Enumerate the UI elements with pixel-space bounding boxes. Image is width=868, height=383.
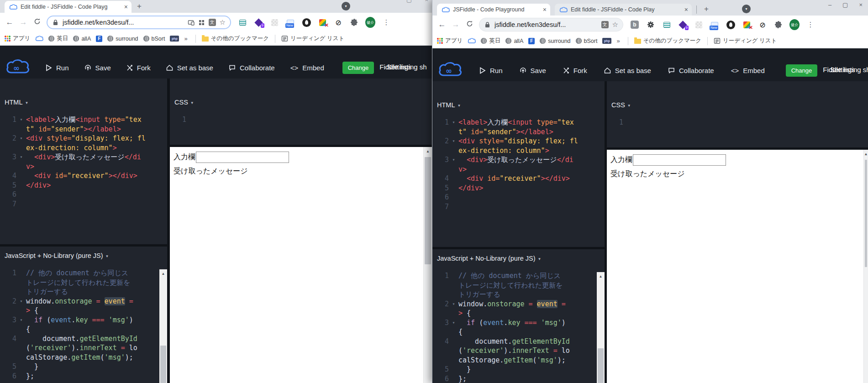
bookmarks-overflow-icon[interactable]: »: [616, 37, 620, 44]
puzzle-icon[interactable]: [773, 19, 784, 30]
tab-close-icon[interactable]: ×: [124, 3, 128, 10]
bookmark-item[interactable]: allA: [73, 36, 91, 42]
new-tab-button[interactable]: +: [137, 2, 142, 11]
apps-shortcut[interactable]: アプリ: [5, 35, 30, 42]
url-text[interactable]: jsfiddle.net/ken3desu/f...: [63, 19, 184, 26]
reading-list[interactable]: リーディング リスト: [281, 35, 344, 42]
overlapping-links[interactable]: Fiddle listing shSettings: [379, 63, 432, 72]
fork-button[interactable]: Fork: [563, 67, 587, 74]
bookmark-item[interactable]: surround: [107, 36, 138, 42]
apps-shortcut[interactable]: アプリ: [437, 37, 463, 45]
translate-icon[interactable]: 文: [209, 19, 216, 26]
bookmark-star-icon[interactable]: ☆: [612, 21, 618, 29]
address-bar[interactable]: jsfiddle.net/ken3desu/f... 文 ☆: [47, 16, 231, 29]
js-panel-header[interactable]: JavaScript + No-Library (pure JS)▼: [0, 247, 167, 259]
tab-edit-fiddle[interactable]: Edit fiddle - JSFiddle - Code Playg ×: [5, 1, 132, 13]
fork-button[interactable]: Fork: [126, 64, 151, 72]
html-panel-header[interactable]: HTML▼: [432, 81, 605, 109]
change-button[interactable]: Change: [786, 64, 818, 77]
profile-avatar[interactable]: 健介: [365, 17, 375, 28]
css-code-editor[interactable]: 1: [607, 109, 868, 127]
block-extension-icon[interactable]: ⊘: [758, 19, 768, 30]
html-panel-header[interactable]: HTML▼: [0, 79, 167, 106]
html-panel[interactable]: HTML▼ 1▾<label>入力欄<input type="text" id=…: [0, 79, 167, 247]
css-code-editor[interactable]: 1: [170, 106, 432, 125]
reload-button[interactable]: [463, 20, 475, 29]
tab-edit-fiddle[interactable]: Edit fiddle - JSFiddle - Code Play ×: [555, 4, 692, 16]
close-button[interactable]: ×: [859, 2, 863, 8]
css-panel[interactable]: CSS▼ 1: [170, 79, 432, 147]
profile-avatar[interactable]: 健介: [789, 19, 800, 30]
blocked-page-extension-icon[interactable]: ✕: [742, 19, 752, 30]
list-extension-icon[interactable]: [662, 19, 672, 30]
stylus-extension-icon[interactable]: 9: [678, 19, 688, 30]
js-panel[interactable]: JavaScript + No-Library (pure JS)▼ 1// 他…: [0, 247, 167, 383]
other-bookmarks[interactable]: その他のブックマーク: [202, 35, 269, 42]
stylus-extension-icon[interactable]: 9: [253, 17, 263, 28]
list-extension-icon[interactable]: [237, 17, 247, 28]
result-scrollbar[interactable]: ▲: [423, 147, 432, 383]
bookmark-item[interactable]: bSort: [576, 38, 598, 44]
new-badge-extension-icon[interactable]: New: [710, 19, 720, 30]
bookmark-php-icon[interactable]: php: [170, 36, 179, 42]
url-text[interactable]: jsfiddle.net/ken3desu/f...: [494, 21, 598, 28]
close-icon-partial[interactable]: ×: [425, 0, 428, 3]
b-extension-icon[interactable]: b: [630, 19, 640, 30]
disabled-extension-icon[interactable]: [269, 17, 279, 28]
js-code-editor[interactable]: 1// 他の document から同じストレージに対して行われた更新をトリガー…: [0, 259, 167, 381]
js-code-editor[interactable]: 1// 他の document から同じストレージに対して行われた更新をトリガー…: [432, 262, 605, 383]
jsfiddle-logo[interactable]: [5, 58, 30, 77]
tab-close-icon[interactable]: ×: [543, 6, 547, 13]
result-scrollbar[interactable]: ▲: [863, 150, 868, 383]
bookmark-f-icon[interactable]: F: [528, 38, 535, 44]
run-button[interactable]: Run: [479, 67, 503, 74]
disabled-extension-icon[interactable]: [694, 19, 704, 30]
forward-button[interactable]: →: [450, 20, 462, 29]
maximize-icon-partial[interactable]: ▢: [406, 0, 412, 3]
bookmark-star-icon[interactable]: ☆: [220, 18, 226, 26]
html-code-editor[interactable]: 1▾<label>入力欄<input type="text" id="sende…: [0, 106, 167, 209]
block-extension-icon[interactable]: ⊘: [333, 17, 343, 28]
sender-input[interactable]: [196, 152, 289, 163]
back-button[interactable]: ←: [4, 18, 16, 27]
minimize-button[interactable]: –: [828, 2, 831, 8]
css-panel-header[interactable]: CSS▼: [170, 79, 432, 106]
tab-search-button[interactable]: ▼: [742, 5, 751, 13]
send-to-device-icon[interactable]: [188, 19, 195, 26]
set-as-base-button[interactable]: Set as base: [166, 64, 213, 72]
address-bar[interactable]: jsfiddle.net/ken3desu/f... 文 ☆: [479, 18, 623, 31]
bookmark-f-icon[interactable]: F: [96, 36, 102, 42]
tab-jsfiddle-playground[interactable]: JSFiddle - Code Playground ×: [437, 4, 550, 16]
bookmark-jsfiddle[interactable]: [468, 37, 476, 44]
set-as-base-button[interactable]: Set as base: [604, 67, 651, 74]
chrome-menu-icon[interactable]: ⋮: [381, 17, 391, 28]
bookmark-item[interactable]: allA: [505, 38, 523, 44]
tab-close-icon[interactable]: ×: [684, 6, 688, 13]
maximize-button[interactable]: ▢: [842, 2, 848, 8]
back-button[interactable]: ←: [436, 20, 448, 29]
reading-list[interactable]: リーディング リスト: [714, 37, 777, 45]
overlapping-links[interactable]: Fiddle listing shSettings: [823, 66, 868, 75]
new-tab-button[interactable]: +: [704, 5, 709, 14]
html-code-editor[interactable]: 1▾<label>入力欄<input type="text" id="sende…: [432, 109, 605, 211]
bookmark-item[interactable]: surround: [540, 38, 570, 44]
jsfiddle-logo[interactable]: [438, 61, 463, 79]
collaborate-button[interactable]: Collaborate: [229, 64, 275, 72]
tab-search-button[interactable]: ▼: [342, 2, 350, 10]
reload-button[interactable]: [31, 18, 43, 27]
puzzle-icon[interactable]: [349, 17, 359, 28]
html-panel[interactable]: HTML▼ 1▾<label>入力欄<input type="text" id=…: [432, 81, 605, 249]
new-badge-extension-icon[interactable]: New: [285, 17, 295, 28]
js-scrollbar[interactable]: ▲: [159, 269, 167, 383]
js-panel-header[interactable]: JavaScript + No-Library (pure JS)▼: [432, 249, 605, 262]
js-panel[interactable]: JavaScript + No-Library (pure JS)▼ 1// 他…: [432, 249, 605, 383]
bookmark-jsfiddle[interactable]: [35, 35, 43, 42]
save-button[interactable]: Save: [520, 67, 546, 74]
bookmarks-overflow-icon[interactable]: »: [184, 35, 187, 42]
blocked-page-extension-icon[interactable]: ✕: [317, 17, 327, 28]
fire-extension-icon[interactable]: [301, 17, 311, 28]
js-scrollbar[interactable]: ▲: [597, 272, 605, 383]
save-button[interactable]: Save: [84, 64, 111, 72]
embed-button[interactable]: <>Embed: [731, 67, 765, 74]
collaborate-button[interactable]: Collaborate: [668, 67, 714, 74]
